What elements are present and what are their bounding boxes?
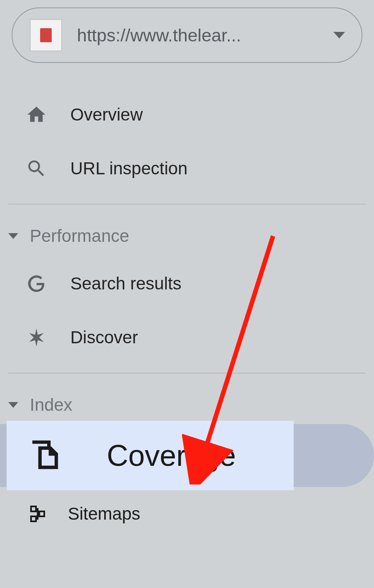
nav-coverage-label: Coverage (107, 439, 236, 472)
nav-sitemaps-label: Sitemaps (68, 504, 140, 524)
google-g-icon (25, 272, 48, 295)
svg-rect-2 (31, 516, 36, 521)
home-icon (25, 103, 48, 126)
sitemaps-icon (28, 504, 49, 524)
nav-coverage[interactable]: Coverage (0, 424, 374, 487)
section-header-index[interactable]: Index (0, 388, 374, 422)
search-icon (25, 157, 48, 180)
site-favicon (30, 19, 62, 51)
section-header-performance[interactable]: Performance (0, 219, 374, 253)
chevron-down-icon (333, 32, 345, 39)
nav-sitemaps[interactable]: Sitemaps (0, 495, 374, 533)
property-selector[interactable]: https://www.thelear... (12, 7, 362, 63)
nav-url-inspection[interactable]: URL inspection (0, 142, 374, 195)
divider (8, 373, 366, 374)
nav-overview-label: Overview (70, 105, 143, 125)
nav-discover[interactable]: Discover (0, 311, 374, 364)
chevron-down-icon (8, 402, 18, 408)
coverage-icon (28, 438, 64, 473)
nav-discover-label: Discover (70, 328, 138, 347)
nav-search-results[interactable]: Search results (0, 257, 374, 311)
discover-icon (25, 326, 48, 349)
section-title-index: Index (30, 395, 72, 415)
divider (8, 204, 366, 205)
chevron-down-icon (8, 233, 18, 239)
section-title-performance: Performance (30, 226, 129, 246)
svg-rect-1 (39, 511, 44, 516)
nav-overview[interactable]: Overview (0, 88, 374, 142)
svg-rect-0 (31, 506, 36, 511)
property-url-text: https://www.thelear... (77, 25, 325, 46)
nav-search-results-label: Search results (70, 274, 181, 294)
nav-url-inspection-label: URL inspection (70, 159, 187, 178)
